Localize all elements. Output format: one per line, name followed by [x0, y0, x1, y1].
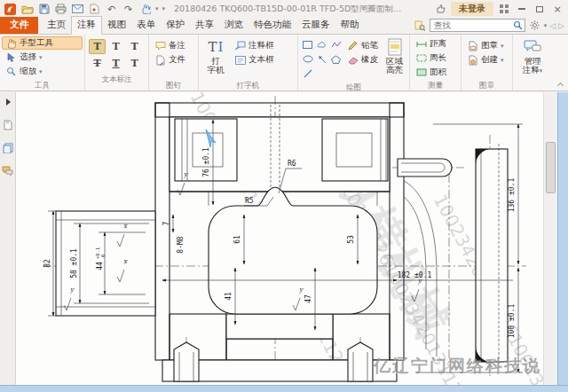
- perimeter-label: 周长: [430, 52, 446, 64]
- typewriter-icon: TI: [209, 37, 224, 57]
- close-button[interactable]: ×: [550, 3, 564, 15]
- undo-icon[interactable]: ↶: [105, 3, 118, 16]
- distance-icon: [415, 38, 427, 50]
- email-icon[interactable]: [71, 3, 84, 16]
- print-icon[interactable]: [54, 3, 67, 16]
- manage-comments-label-2: 注释: [523, 65, 540, 74]
- navigation-sidebar: [0, 92, 16, 385]
- manage-comments-button[interactable]: 管理注释▾: [515, 36, 550, 90]
- ribbon-collapse-icon[interactable]: [557, 82, 564, 88]
- redo-icon[interactable]: ↷: [122, 3, 135, 16]
- dim-8m8: 8-M8: [177, 236, 185, 253]
- scrollbar-thumb[interactable]: [546, 142, 556, 193]
- sidebar-pages-icon[interactable]: [2, 142, 14, 154]
- sidebar-comments-icon[interactable]: [2, 165, 14, 177]
- open-file-icon[interactable]: [20, 3, 34, 16]
- area-highlight-icon: [388, 37, 402, 57]
- cloud-shape-icon[interactable]: [315, 38, 328, 51]
- typewriter-button[interactable]: TI 打字机: [201, 36, 231, 80]
- tab-browse[interactable]: 浏览: [219, 17, 248, 34]
- search-options-caret-icon[interactable]: ▾: [544, 22, 548, 29]
- search-icon[interactable]: [513, 20, 523, 30]
- manage-comments-icon: [524, 37, 541, 57]
- group-manage: 管理注释▾: [513, 35, 552, 90]
- apps-grid-icon[interactable]: [497, 3, 511, 15]
- save-icon[interactable]: [37, 3, 51, 16]
- group-label-drawing: 绘图: [300, 82, 407, 92]
- tab-file[interactable]: 文件: [0, 17, 38, 34]
- hand-icon: [5, 37, 17, 49]
- dim-58: 58 ±0.1: [70, 248, 78, 278]
- note-button[interactable]: 备注: [151, 39, 196, 52]
- tab-view[interactable]: 视图: [102, 17, 131, 34]
- insert-text-icon[interactable]: T: [126, 56, 143, 71]
- search-settings-gear-icon[interactable]: [528, 19, 541, 32]
- restore-button[interactable]: [532, 3, 547, 15]
- polyline-shape-icon[interactable]: [329, 38, 343, 51]
- group-label-pin: 图钉: [151, 80, 196, 90]
- login-button[interactable]: 未登录: [451, 2, 493, 16]
- document-title: 20180426 TKQ600-TB15D-00-01R TFD-5D型闸瓣面制…: [174, 4, 409, 15]
- tab-comment[interactable]: 注释: [71, 16, 102, 35]
- arrow-shape-icon[interactable]: [315, 52, 328, 66]
- rectangle-shape-icon[interactable]: [301, 38, 314, 51]
- document-canvas[interactable]: 1002342013112610023420131126 10023420131…: [16, 92, 543, 385]
- zoom-tool-button[interactable]: 缩放 ▾: [2, 65, 83, 78]
- find-in-document-icon[interactable]: [414, 19, 427, 32]
- eraser-button[interactable]: 橡皮: [343, 53, 382, 67]
- hand-stamp-icon[interactable]: [138, 3, 152, 16]
- quick-access-toolbar: ↶ ↷ ▾ ▾ 20180426 TKQ600-TB15D-00-01R TFD…: [0, 0, 568, 18]
- stamp-label: 图章: [481, 40, 498, 51]
- tab-form[interactable]: 表单: [131, 17, 161, 34]
- sidebar-expand-icon[interactable]: [2, 96, 14, 108]
- vertical-scrollbar[interactable]: [543, 92, 557, 385]
- attach-file-button[interactable]: 文件: [151, 53, 196, 67]
- minimize-button[interactable]: [515, 3, 529, 15]
- text-box-button[interactable]: 文本框: [231, 53, 296, 67]
- sidebar-bookmarks-icon[interactable]: [2, 119, 14, 131]
- customize-toolbar-icon[interactable]: ▾: [162, 5, 166, 12]
- group-label-stamp: 图章: [463, 80, 510, 90]
- perimeter-icon: [415, 52, 427, 64]
- create-stamp-button[interactable]: 创建 ▾: [463, 53, 510, 67]
- callout-box-icon: [234, 40, 246, 51]
- share-icon[interactable]: [434, 3, 447, 16]
- tab-features[interactable]: 特色功能: [248, 17, 296, 34]
- tab-share[interactable]: 共享: [190, 17, 219, 34]
- dim-44: 44: [96, 262, 104, 270]
- pentagon-shape-icon[interactable]: [329, 52, 343, 66]
- export-pdf-icon[interactable]: [88, 3, 101, 16]
- area-highlight-button[interactable]: 区域高亮: [382, 36, 407, 82]
- dim-r6: R6: [288, 160, 296, 168]
- hand-tool-button[interactable]: 手型工具: [2, 36, 83, 50]
- pencil-icon: [347, 40, 359, 51]
- select-tool-button[interactable]: 选择 ▾: [2, 51, 83, 64]
- underline-text-icon[interactable]: T: [107, 56, 124, 71]
- line-shape-icon[interactable]: [301, 67, 314, 80]
- text-box-label: 文本框: [248, 54, 274, 66]
- highlight-text-icon[interactable]: T: [89, 39, 106, 54]
- oval-shape-icon[interactable]: [301, 52, 314, 66]
- tab-protect[interactable]: 保护: [161, 17, 190, 34]
- measure-perimeter-button[interactable]: 周长: [412, 51, 459, 65]
- search-input[interactable]: [434, 20, 513, 30]
- strikeout-text-icon[interactable]: T: [89, 56, 106, 71]
- group-tools: 手型工具 选择 ▾ 缩放 ▾ 工具: [0, 35, 85, 90]
- tab-home[interactable]: 主页: [42, 17, 71, 34]
- zoom-caret-icon: ▾: [39, 68, 43, 75]
- squiggly-underline-icon[interactable]: T: [107, 39, 124, 54]
- pencil-button[interactable]: 铅笔: [343, 39, 382, 52]
- measure-area-button[interactable]: 面积: [412, 66, 459, 79]
- callout-box-button[interactable]: 注释框: [231, 39, 296, 52]
- group-label-text-markup: 文本标注: [87, 74, 146, 84]
- tab-cloud[interactable]: 云服务: [296, 17, 335, 34]
- tab-help[interactable]: 帮助: [335, 17, 365, 34]
- note-bubble-icon: [154, 40, 166, 51]
- measure-distance-button[interactable]: 距离: [412, 37, 459, 51]
- replace-text-icon[interactable]: T: [126, 39, 143, 54]
- hand-stamp-caret-icon[interactable]: ▾: [155, 5, 159, 12]
- stamp-button[interactable]: 图章 ▾: [463, 39, 510, 52]
- find-next-icon[interactable]: ▷: [558, 21, 564, 30]
- find-previous-icon[interactable]: ◁: [549, 21, 556, 30]
- video-watermark-caption: 亿辽宁门网络科技说: [374, 355, 541, 378]
